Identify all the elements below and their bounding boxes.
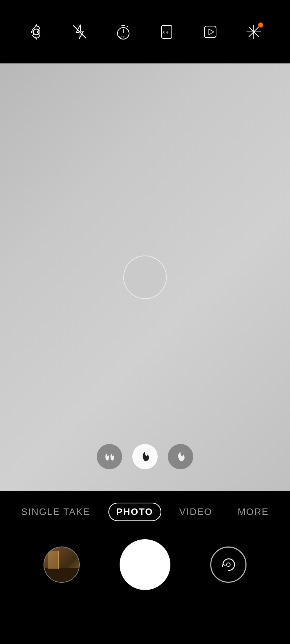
shutter-button[interactable] bbox=[120, 539, 170, 590]
svg-point-0 bbox=[33, 29, 39, 35]
svg-text:OFF: OFF bbox=[119, 35, 125, 38]
sparkle-button[interactable] bbox=[244, 22, 264, 42]
viewfinder[interactable] bbox=[0, 63, 290, 491]
timer-button[interactable]: OFF bbox=[113, 22, 133, 42]
notification-dot bbox=[258, 22, 263, 28]
tele-lens-button[interactable] bbox=[168, 444, 193, 469]
lens-selector bbox=[97, 444, 193, 469]
single-take-mode[interactable]: SINGLE TAKE bbox=[14, 503, 97, 520]
bottom-area: SINGLE TAKE PHOTO VIDEO MORE bbox=[0, 491, 290, 644]
focus-reticle bbox=[123, 255, 167, 299]
svg-marker-7 bbox=[209, 29, 214, 35]
photo-mode[interactable]: PHOTO bbox=[108, 503, 161, 521]
wide-lens-button[interactable] bbox=[97, 444, 122, 469]
top-toolbar: OFF 3:4 bbox=[0, 0, 290, 63]
flash-off-button[interactable] bbox=[70, 22, 90, 42]
svg-line-1 bbox=[73, 25, 86, 38]
gallery-thumb-image bbox=[44, 547, 79, 582]
normal-lens-button[interactable] bbox=[132, 444, 158, 469]
video-mode[interactable]: VIDEO bbox=[172, 503, 220, 520]
svg-text:3:4: 3:4 bbox=[162, 30, 168, 35]
shutter-row bbox=[0, 539, 290, 590]
flip-camera-button[interactable] bbox=[210, 547, 246, 583]
motion-photo-button[interactable] bbox=[200, 22, 220, 42]
svg-point-12 bbox=[227, 563, 230, 566]
more-mode[interactable]: MORE bbox=[231, 503, 276, 520]
mode-selector: SINGLE TAKE PHOTO VIDEO MORE bbox=[0, 491, 290, 528]
settings-button[interactable] bbox=[26, 22, 46, 42]
gallery-thumbnail[interactable] bbox=[44, 547, 80, 583]
aspect-ratio-button[interactable]: 3:4 bbox=[157, 22, 177, 42]
